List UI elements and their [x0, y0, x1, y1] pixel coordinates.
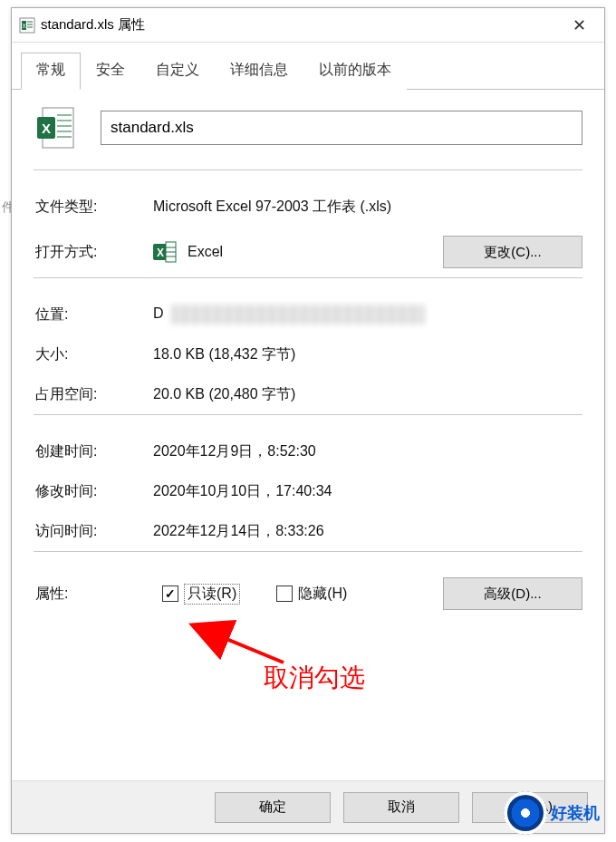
value-modified: 2020年10月10日，17:40:34: [153, 482, 582, 501]
excel-file-icon-small: X: [19, 17, 35, 34]
properties-dialog: X standard.xls 属性 ✕ 常规 安全 自定义 详细信息 以前的版本…: [11, 7, 605, 834]
readonly-label: 只读(R): [184, 584, 240, 605]
svg-text:X: X: [42, 121, 51, 136]
tab-content-general: X 文件类型: Microsoft Excel 97-2003 工作表 (.xl…: [12, 90, 604, 623]
tab-custom[interactable]: 自定义: [140, 53, 215, 90]
value-sizeondisk: 20.0 KB (20,480 字节): [153, 385, 582, 404]
change-button[interactable]: 更改(C)...: [443, 236, 582, 268]
label-created: 创建时间:: [35, 442, 153, 461]
redacted-path: [171, 305, 425, 324]
watermark: 好装机: [504, 788, 603, 838]
label-openswith: 打开方式:: [35, 243, 153, 262]
tab-previous[interactable]: 以前的版本: [303, 53, 407, 90]
divider: [34, 169, 582, 170]
titlebar: X standard.xls 属性 ✕: [12, 8, 604, 43]
window-title: standard.xls 属性: [41, 16, 561, 34]
label-filetype: 文件类型:: [35, 198, 153, 217]
tab-general[interactable]: 常规: [21, 53, 81, 90]
ok-button[interactable]: 确定: [215, 792, 331, 823]
svg-text:X: X: [157, 247, 164, 259]
tab-security[interactable]: 安全: [81, 53, 140, 90]
excel-file-icon-large: X: [35, 106, 77, 150]
value-size: 18.0 KB (18,432 字节): [153, 345, 582, 364]
hidden-checkbox-group[interactable]: 隐藏(H): [276, 585, 347, 604]
svg-line-20: [222, 637, 284, 663]
hidden-label: 隐藏(H): [298, 585, 347, 604]
readonly-checkbox-group[interactable]: 只读(R): [162, 584, 240, 605]
tabstrip: 常规 安全 自定义 详细信息 以前的版本: [12, 43, 604, 90]
label-location: 位置:: [35, 305, 153, 324]
close-button[interactable]: ✕: [561, 12, 597, 39]
cancel-button[interactable]: 取消: [343, 792, 459, 823]
divider: [34, 551, 582, 552]
divider: [34, 277, 582, 278]
label-size: 大小:: [35, 345, 153, 364]
label-accessed: 访问时间:: [35, 522, 153, 541]
readonly-checkbox[interactable]: [162, 586, 178, 602]
value-openswith: Excel: [188, 244, 223, 260]
filename-input[interactable]: [101, 111, 582, 145]
value-filetype: Microsoft Excel 97-2003 工作表 (.xls): [153, 198, 582, 217]
excel-app-icon: X: [153, 240, 177, 264]
annotation-text: 取消勾选: [264, 661, 365, 695]
advanced-button[interactable]: 高级(D)...: [443, 577, 582, 610]
label-sizeondisk: 占用空间:: [35, 385, 153, 404]
close-icon: ✕: [573, 15, 586, 35]
value-created: 2020年12月9日，8:52:30: [153, 442, 582, 461]
svg-text:X: X: [22, 23, 26, 29]
value-accessed: 2022年12月14日，8:33:26: [153, 522, 582, 541]
hidden-checkbox[interactable]: [276, 586, 293, 602]
watermark-eye-icon: [504, 791, 547, 835]
divider: [34, 414, 582, 415]
value-location: D: [153, 305, 582, 324]
label-attributes: 属性:: [35, 585, 153, 604]
tab-details[interactable]: 详细信息: [215, 53, 303, 90]
label-modified: 修改时间:: [35, 482, 153, 501]
watermark-text: 好装机: [551, 802, 600, 824]
